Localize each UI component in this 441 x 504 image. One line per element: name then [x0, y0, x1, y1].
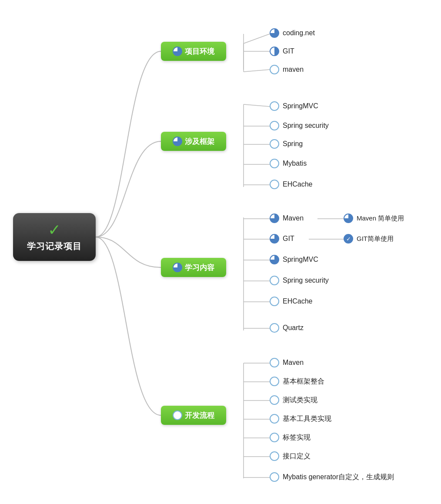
leaf-springmvc-fw: SpringMVC: [270, 101, 318, 111]
leaf-springsec-learn-icon: [270, 276, 279, 285]
leaf-springmvc-fw-icon: [270, 101, 279, 111]
leaf-springmvc-learn: SpringMVC: [270, 255, 318, 264]
leaf-springmvc-fw-label: SpringMVC: [283, 102, 318, 110]
leaf-git-learn: GIT: [270, 234, 294, 244]
leaf-springsec-fw: Spring security: [270, 121, 329, 130]
leaf-mybatis-fw-label: Mybatis: [283, 160, 307, 167]
leaf-maven-env-label: maven: [283, 66, 304, 73]
leaf-maven-dev-label: Maven: [283, 359, 304, 367]
leaf-jiekou: 接口定义: [270, 451, 311, 461]
sub-git: ✓ GIT简单使用: [344, 234, 394, 244]
branch-huanjing-label: 项目环境: [185, 47, 214, 57]
branch-kaifaliucheng-label: 开发流程: [185, 411, 214, 421]
leaf-quartz-learn: Quartz: [270, 323, 304, 333]
leaf-ehcache-fw: EHCache: [270, 180, 312, 189]
svg-line-3: [244, 70, 270, 72]
leaf-quartz-learn-label: Quartz: [283, 324, 304, 332]
leaf-git-env-label: GIT: [283, 47, 294, 55]
leaf-git-learn-icon: [270, 234, 279, 244]
leaf-ehcache-fw-icon: [270, 180, 279, 189]
svg-line-6: [244, 104, 270, 107]
root-checkmark: ✓: [48, 222, 61, 238]
leaf-git-env: GIT: [270, 47, 294, 56]
branch-xuexineirong[interactable]: 学习内容: [161, 258, 226, 277]
leaf-jibengongju-label: 基本工具类实现: [283, 414, 331, 424]
leaf-maven-learn-icon: [270, 214, 279, 223]
leaf-coding: coding.net: [270, 28, 315, 38]
leaf-spring-fw-icon: [270, 139, 279, 149]
sub-maven-icon: [344, 214, 353, 223]
root-label: 学习记录项目: [27, 240, 82, 252]
leaf-springmvc-learn-icon: [270, 255, 279, 264]
leaf-ehcache-learn: EHCache: [270, 297, 312, 306]
leaf-jiekou-icon: [270, 451, 279, 461]
branch-kaifaliucheng[interactable]: 开发流程: [161, 406, 226, 425]
sub-git-icon: ✓: [344, 234, 353, 244]
svg-line-1: [244, 34, 270, 43]
leaf-git-learn-label: GIT: [283, 235, 294, 243]
mindmap-container: ✓ 学习记录项目 项目环境 coding.net GIT maven 涉及框架 …: [0, 0, 441, 504]
sub-maven: Maven 简单使用: [344, 214, 404, 223]
leaf-biaoqian-label: 标签实现: [283, 433, 311, 442]
leaf-springsec-fw-icon: [270, 121, 279, 130]
leaf-jibenkuangjia-icon: [270, 377, 279, 386]
leaf-maven-dev: Maven: [270, 358, 304, 367]
leaf-ceshilei-label: 测试类实现: [283, 396, 317, 405]
root-node: ✓ 学习记录项目: [13, 213, 96, 261]
leaf-jibenkuangjia-label: 基本框架整合: [283, 377, 324, 386]
leaf-maven-learn-label: Maven: [283, 214, 304, 222]
leaf-maven-dev-icon: [270, 358, 279, 367]
branch-kuangjia-label: 涉及框架: [185, 137, 214, 147]
branch-kuangjia[interactable]: 涉及框架: [161, 132, 226, 151]
leaf-git-env-icon: [270, 47, 279, 56]
leaf-ceshilei-icon: [270, 395, 279, 405]
branch-kuangjia-icon: [173, 137, 182, 146]
leaf-spring-fw: Spring: [270, 139, 303, 149]
leaf-mybatis-fw-icon: [270, 159, 279, 168]
leaf-jibengongju-icon: [270, 414, 279, 424]
leaf-jiekou-label: 接口定义: [283, 452, 311, 461]
leaf-maven-env: maven: [270, 65, 304, 74]
leaf-quartz-learn-icon: [270, 323, 279, 333]
sub-maven-label: Maven 简单使用: [357, 214, 404, 223]
branch-huanjing-icon: [173, 47, 182, 56]
leaf-ehcache-fw-label: EHCache: [283, 180, 312, 188]
leaf-biaoqian: 标签实现: [270, 433, 311, 442]
leaf-springsec-fw-label: Spring security: [283, 122, 329, 130]
leaf-biaoqian-icon: [270, 433, 279, 442]
leaf-coding-icon: [270, 28, 279, 38]
leaf-mybatisgenerator-icon: [270, 472, 279, 482]
leaf-springsec-learn: Spring security: [270, 276, 329, 285]
leaf-springmvc-learn-label: SpringMVC: [283, 256, 318, 264]
leaf-maven-env-icon: [270, 65, 279, 74]
leaf-coding-label: coding.net: [283, 29, 315, 37]
sub-git-label: GIT简单使用: [357, 235, 394, 243]
leaf-mybatisgenerator-label: Mybatis generator自定义，生成规则: [283, 473, 394, 482]
branch-huanjing[interactable]: 项目环境: [161, 42, 226, 61]
leaf-jibengongju: 基本工具类实现: [270, 414, 331, 424]
leaf-springsec-learn-label: Spring security: [283, 277, 329, 284]
leaf-ehcache-learn-icon: [270, 297, 279, 306]
leaf-ehcache-learn-label: EHCache: [283, 297, 312, 305]
leaf-ceshilei: 测试类实现: [270, 395, 317, 405]
leaf-jibenkuangjia: 基本框架整合: [270, 377, 324, 386]
leaf-mybatisgenerator: Mybatis generator自定义，生成规则: [270, 472, 394, 482]
branch-kaifaliucheng-icon: [173, 411, 182, 420]
branch-xuexineirong-label: 学习内容: [185, 263, 214, 273]
branch-xuexineirong-icon: [173, 263, 182, 272]
leaf-mybatis-fw: Mybatis: [270, 159, 307, 168]
leaf-maven-learn: Maven: [270, 214, 304, 223]
leaf-spring-fw-label: Spring: [283, 140, 303, 148]
